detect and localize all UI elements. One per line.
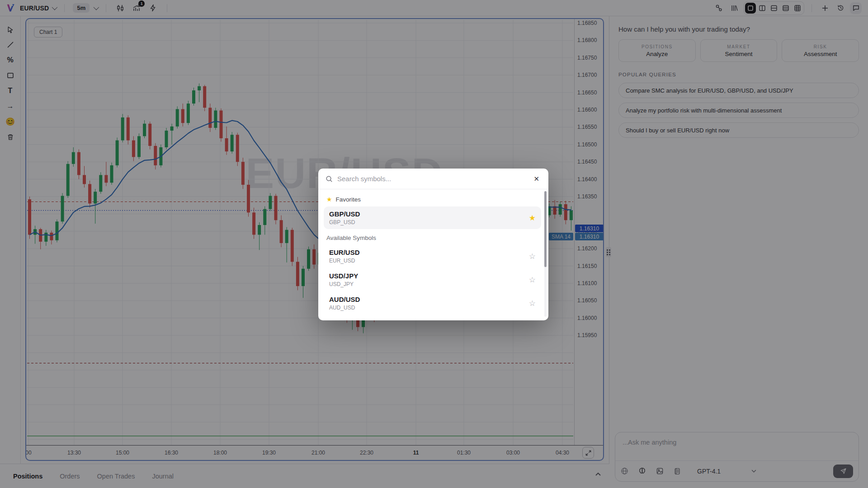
favorites-header: ★ Favorites bbox=[324, 194, 541, 206]
available-symbols-header: Available Symbols bbox=[324, 230, 541, 245]
symbol-row-aud_usd[interactable]: AUD/USDAUD_USD☆ bbox=[324, 292, 541, 314]
modal-search-row: ✕ bbox=[318, 169, 548, 189]
star-filled-icon[interactable]: ★ bbox=[529, 213, 536, 223]
symbol-search-input[interactable] bbox=[337, 175, 527, 183]
symbol-list: ★ Favorites GBP/USDGBP_USD★ Available Sy… bbox=[318, 189, 548, 314]
star-outline-icon[interactable]: ☆ bbox=[529, 275, 536, 285]
star-outline-icon[interactable]: ☆ bbox=[529, 299, 536, 308]
symbol-row-eur_usd[interactable]: EUR/USDEUR_USD☆ bbox=[324, 245, 541, 267]
modal-scrollbar-thumb[interactable] bbox=[544, 191, 547, 267]
symbol-search-modal: ✕ ★ Favorites GBP/USDGBP_USD★ Available … bbox=[318, 169, 548, 320]
symbol-row-usd_jpy[interactable]: USD/JPYUSD_JPY☆ bbox=[324, 268, 541, 291]
close-icon[interactable]: ✕ bbox=[532, 174, 541, 184]
star-outline-icon[interactable]: ☆ bbox=[529, 252, 536, 261]
search-icon bbox=[326, 175, 333, 183]
symbol-row-gbp_usd[interactable]: GBP/USDGBP_USD★ bbox=[324, 206, 541, 229]
star-icon: ★ bbox=[326, 196, 332, 203]
